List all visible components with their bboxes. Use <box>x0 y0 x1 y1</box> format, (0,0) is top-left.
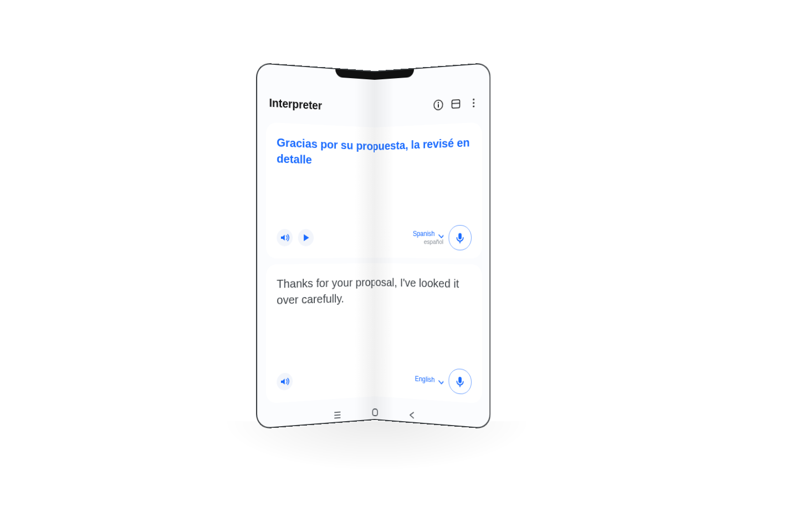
target-language-selector[interactable]: English <box>415 375 444 384</box>
source-text: Gracias por su propuesta, la revisé en d… <box>375 134 472 172</box>
app-title: Interpreter <box>375 99 433 120</box>
camera-notch <box>375 69 414 83</box>
more-icon[interactable] <box>468 97 479 109</box>
nav-back-icon[interactable] <box>408 410 416 420</box>
camera-notch <box>335 69 375 83</box>
target-card: Thanks for your proposal, I've looked it… <box>266 262 375 403</box>
side-button <box>490 197 490 223</box>
source-card: Gracias por su propuesta, la revisé en d… <box>266 122 375 259</box>
device-screen: Interpreter Gracias por su propuesta, la… <box>257 64 375 429</box>
nav-home-icon[interactable] <box>375 407 378 417</box>
device-left-half: Interpreter Gracias por su propuesta, la… <box>256 62 375 429</box>
target-text: Thanks for your proposal, I've looked it… <box>277 273 375 308</box>
header-actions <box>433 97 479 111</box>
source-language-sub: español <box>424 238 443 245</box>
app-header: Interpreter <box>257 90 375 125</box>
side-button <box>490 145 490 186</box>
source-text: Gracias por su propuesta, la revisé en d… <box>277 134 375 172</box>
device-screen: Interpreter Gracias por su propuesta, la… <box>375 64 490 429</box>
play-icon[interactable] <box>298 229 314 246</box>
speaker-icon[interactable] <box>277 229 293 246</box>
target-text: Thanks for your proposal, I've looked it… <box>375 273 472 309</box>
source-card: Gracias por su propuesta, la revisé en d… <box>375 122 482 258</box>
stage: Interpreter Gracias por su propuesta, la… <box>0 0 798 532</box>
target-mic-button[interactable] <box>449 368 472 395</box>
source-card-footer: Spanish español <box>375 225 472 250</box>
nav-recents-icon[interactable] <box>334 410 342 420</box>
source-mic-button[interactable] <box>449 225 472 250</box>
speaker-icon[interactable] <box>277 372 293 391</box>
chevron-down-icon <box>436 376 443 385</box>
info-icon[interactable] <box>433 99 443 111</box>
window-icon[interactable] <box>451 98 461 110</box>
target-language-label: English <box>415 375 435 383</box>
source-language-label: Spanish <box>413 230 435 238</box>
app-title: Interpreter <box>269 96 375 118</box>
source-card-footer: Spanish español <box>277 225 375 250</box>
target-card-footer: English <box>375 359 472 395</box>
target-card: Thanks for your proposal, I've looked it… <box>375 262 482 403</box>
app-header: Interpreter <box>375 90 490 125</box>
device-right-half: Interpreter Gracias por su propuesta, la… <box>375 62 490 429</box>
source-language-selector[interactable]: Spanish español <box>413 230 443 245</box>
chevron-down-icon <box>436 230 443 238</box>
floor-reflection <box>222 421 532 471</box>
target-card-footer: English <box>277 359 375 395</box>
